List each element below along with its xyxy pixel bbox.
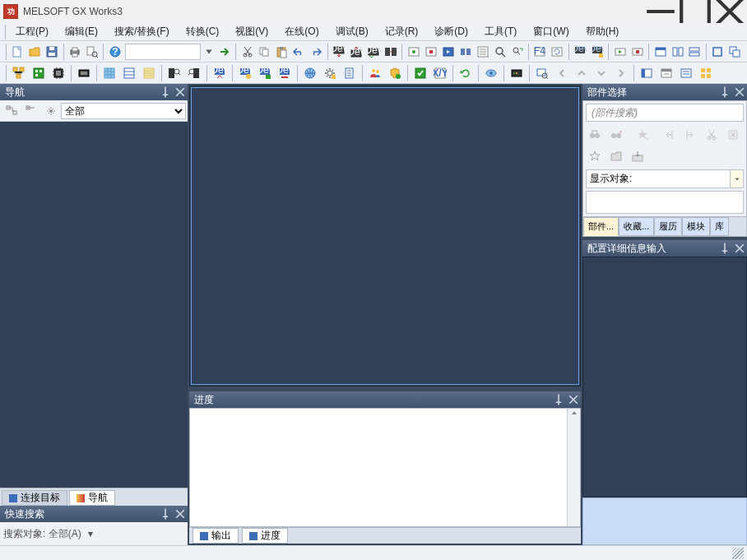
open-icon[interactable] (27, 43, 43, 61)
dev2-icon[interactable]: Dev (590, 43, 605, 61)
close-panel-icon[interactable] (174, 86, 187, 99)
dev-write-icon[interactable]: Dev (349, 43, 364, 61)
close-panel-icon[interactable] (733, 86, 746, 99)
dropdown-icon[interactable] (203, 43, 215, 61)
dev1-icon[interactable]: Dev (573, 43, 588, 61)
new-icon[interactable] (10, 43, 26, 61)
next-icon[interactable] (681, 126, 699, 144)
settings-icon[interactable] (42, 102, 60, 120)
view-grid-icon[interactable] (100, 64, 118, 82)
nav-down-icon[interactable] (592, 64, 610, 82)
minimize-button[interactable] (643, 0, 678, 23)
shield-icon[interactable] (386, 64, 404, 82)
tool-icon[interactable] (475, 43, 490, 61)
dev-compare-icon[interactable] (383, 43, 399, 61)
import-icon[interactable] (629, 147, 647, 165)
layout3-icon[interactable] (677, 64, 695, 82)
prev-icon[interactable] (660, 126, 678, 144)
eye-icon[interactable] (482, 64, 500, 82)
resize-grip-icon[interactable] (732, 548, 744, 559)
nav-left-icon[interactable] (553, 64, 571, 82)
go-icon[interactable] (216, 43, 232, 61)
simulation-icon[interactable] (440, 43, 456, 61)
binoculars-x-icon[interactable] (607, 126, 625, 144)
rebuild-icon[interactable] (550, 43, 565, 61)
dev-a-icon[interactable]: Dev (211, 64, 229, 82)
dev-c-icon[interactable]: Dev (256, 64, 274, 82)
drop-parts-icon[interactable] (724, 126, 742, 144)
display-target-combo[interactable]: 显示对象: (586, 169, 744, 188)
pin-icon[interactable] (718, 242, 731, 255)
module-icon[interactable] (457, 43, 473, 61)
parts-tab[interactable]: 部件... (583, 217, 619, 236)
print-preview-icon[interactable] (85, 43, 100, 61)
fav-icon[interactable] (586, 147, 604, 165)
parts-tab[interactable]: 库 (710, 217, 729, 236)
gear-icon[interactable] (321, 64, 339, 82)
paste-icon[interactable] (274, 43, 290, 61)
menu-item[interactable]: 帮助(H) (578, 23, 628, 40)
folder-icon[interactable] (607, 147, 625, 165)
config-lower[interactable] (582, 498, 747, 545)
remote-run-icon[interactable] (612, 43, 628, 61)
chip-icon[interactable] (49, 64, 67, 82)
work-area[interactable] (189, 86, 581, 386)
menu-item[interactable]: 视图(V) (227, 23, 276, 40)
copy-icon[interactable] (257, 43, 272, 61)
menu-item[interactable]: 转换(C) (178, 23, 228, 40)
pin-icon[interactable] (159, 86, 172, 99)
menu-item[interactable]: 诊断(D) (426, 23, 476, 40)
replace-icon[interactable] (509, 43, 525, 61)
window3-icon[interactable] (687, 43, 703, 61)
window1-icon[interactable] (652, 43, 668, 61)
parts-text-input[interactable] (586, 191, 744, 214)
menu-item[interactable]: 在线(O) (276, 23, 327, 40)
pin-icon[interactable] (552, 393, 565, 406)
module-tree-icon[interactable] (30, 64, 48, 82)
pin-icon[interactable] (159, 507, 172, 521)
print-icon[interactable] (67, 43, 83, 61)
cut-parts-icon[interactable] (703, 126, 721, 144)
doc-icon[interactable] (341, 64, 359, 82)
layout1-icon[interactable] (638, 64, 656, 82)
parts-tab[interactable]: 模块 (682, 217, 710, 236)
find-next-icon[interactable] (185, 64, 203, 82)
collapse-all-icon[interactable] (2, 102, 21, 120)
redo-icon[interactable] (309, 43, 324, 61)
nav-filter-select[interactable]: 全部 (61, 103, 186, 119)
device-icon[interactable] (508, 64, 526, 82)
scrollbar[interactable] (567, 409, 580, 526)
find-in-icon[interactable] (165, 64, 183, 82)
layout2-icon[interactable] (657, 64, 675, 82)
refresh-icon[interactable] (457, 64, 475, 82)
window2-icon[interactable] (670, 43, 685, 61)
find-icon[interactable] (492, 43, 508, 61)
monitor-stop-icon[interactable] (423, 43, 438, 61)
maximize-button[interactable] (678, 0, 712, 23)
globe-icon[interactable] (301, 64, 319, 82)
tree-icon[interactable] (10, 64, 28, 82)
nav-right-icon[interactable] (612, 64, 630, 82)
view-detail-icon[interactable] (140, 64, 158, 82)
parts-tab[interactable]: 收藏... (619, 217, 654, 236)
nav-up-icon[interactable] (573, 64, 591, 82)
parts-search-input[interactable]: (部件搜索) (586, 104, 744, 122)
menu-item[interactable]: 工具(T) (476, 23, 525, 40)
help-icon[interactable]: ? (107, 43, 123, 61)
tab-progress[interactable]: 进度 (242, 528, 288, 544)
layout4-icon[interactable] (697, 64, 715, 82)
undo-icon[interactable] (291, 43, 307, 61)
star-icon[interactable] (633, 126, 652, 144)
dropdown-icon[interactable]: ▾ (85, 528, 96, 539)
cascade-icon[interactable] (727, 43, 743, 61)
config-body[interactable] (582, 257, 747, 498)
tab-connect-target[interactable]: 连接目标 (2, 490, 67, 506)
check-green-icon[interactable] (411, 64, 429, 82)
menu-item[interactable]: 工程(P) (7, 23, 57, 40)
tab-output[interactable]: 输出 (193, 528, 239, 544)
save-icon[interactable] (44, 43, 60, 61)
max-icon[interactable] (710, 43, 726, 61)
monitor-start-icon[interactable] (406, 43, 421, 61)
view-list-icon[interactable] (120, 64, 138, 82)
progress-body[interactable] (189, 408, 581, 527)
